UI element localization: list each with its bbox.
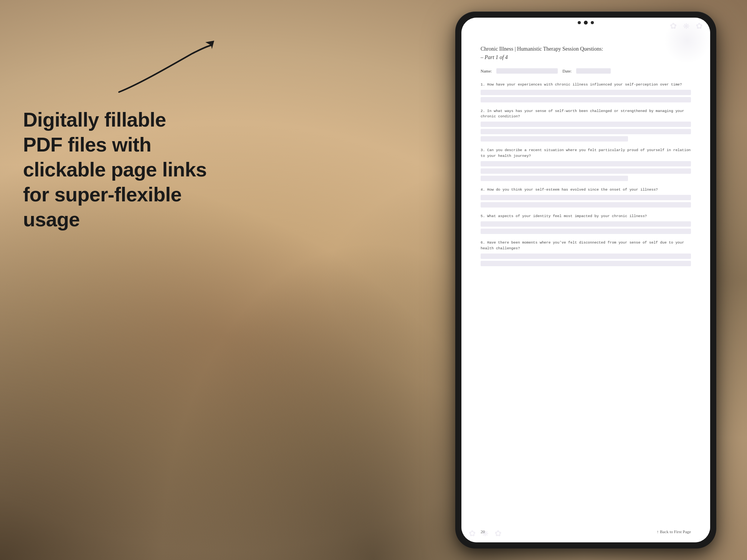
arrow-decoration (107, 38, 223, 100)
deco-top-pattern: ✿ ❋ ✿ (670, 19, 702, 32)
pdf-title: Chronic Illness | Humanistic Therapy Ses… (481, 45, 691, 53)
answer-line[interactable] (481, 261, 691, 266)
question-3-text: 3. Can you describe a recent situation w… (481, 148, 691, 159)
answer-line[interactable] (481, 136, 628, 142)
question-5: 5. What aspects of your identity feel mo… (481, 214, 691, 234)
answer-line[interactable] (481, 202, 691, 208)
answer-line[interactable] (481, 254, 691, 259)
question-4-answer[interactable] (481, 195, 691, 208)
question-3-answer[interactable] (481, 161, 691, 181)
tablet-screen: ✿ ❋ ✿ Chronic Illness | Humanistic Thera… (461, 18, 710, 542)
answer-line[interactable] (481, 129, 691, 134)
answer-line[interactable] (481, 221, 691, 227)
question-1-text: 1. How have your experiences with chroni… (481, 82, 691, 87)
question-4: 4. How do you think your self-esteem has… (481, 187, 691, 208)
answer-line[interactable] (481, 122, 691, 127)
date-field[interactable] (576, 68, 611, 74)
answer-line[interactable] (481, 161, 691, 166)
pdf-deco-bottom: ✿ ❋ ✿ (461, 523, 710, 542)
question-6-text: 6. Have there been moments where you've … (481, 240, 691, 251)
tablet-frame: ✿ ❋ ✿ Chronic Illness | Humanistic Thera… (455, 12, 716, 548)
pdf-fields-row: Name: Date: (481, 68, 691, 74)
name-label: Name: (481, 69, 492, 73)
question-6-answer[interactable] (481, 254, 691, 266)
camera-dot-main (584, 21, 588, 25)
question-5-text: 5. What aspects of your identity feel mo… (481, 214, 691, 219)
camera-dot-1 (578, 21, 581, 24)
answer-line[interactable] (481, 176, 628, 181)
name-field[interactable] (496, 68, 558, 74)
tablet-camera (578, 21, 594, 25)
question-1-answer[interactable] (481, 90, 691, 102)
pdf-subtitle: – Part 1 of 4 (481, 54, 691, 61)
question-3: 3. Can you describe a recent situation w… (481, 148, 691, 181)
question-4-text: 4. How do you think your self-esteem has… (481, 187, 691, 193)
answer-line[interactable] (481, 229, 691, 234)
tablet-device: ✿ ❋ ✿ Chronic Illness | Humanistic Thera… (455, 12, 716, 548)
marketing-headline: Digitally fillable PDF files with clicka… (23, 107, 207, 232)
pdf-document: ✿ ❋ ✿ Chronic Illness | Humanistic Thera… (461, 18, 710, 542)
answer-line[interactable] (481, 195, 691, 200)
question-5-answer[interactable] (481, 221, 691, 234)
left-marketing-text: Digitally fillable PDF files with clicka… (23, 107, 207, 232)
pdf-deco-top: ✿ ❋ ✿ (461, 18, 710, 33)
question-2: 2. In what ways has your sense of self-w… (481, 109, 691, 142)
question-2-text: 2. In what ways has your sense of self-w… (481, 109, 691, 120)
answer-line[interactable] (481, 90, 691, 95)
question-1: 1. How have your experiences with chroni… (481, 82, 691, 102)
question-2-answer[interactable] (481, 122, 691, 142)
camera-dot-2 (591, 21, 594, 24)
date-label: Date: (562, 69, 572, 73)
deco-bottom-pattern: ✿ ❋ ✿ (469, 526, 501, 539)
question-6: 6. Have there been moments where you've … (481, 240, 691, 266)
answer-line[interactable] (481, 97, 691, 102)
answer-line[interactable] (481, 168, 691, 174)
